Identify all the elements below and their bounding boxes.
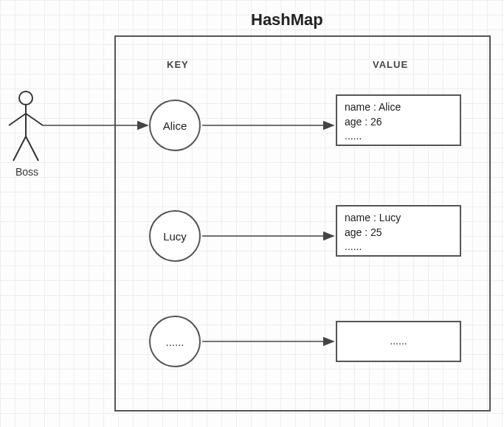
value-node: name : Lucy age : 25 ...... [336, 205, 461, 257]
svg-line-3 [26, 114, 43, 125]
value-node: ...... [336, 321, 461, 362]
diagram-canvas: HashMap KEY VALUE Alice name : Alice age… [0, 0, 504, 427]
svg-line-4 [13, 136, 26, 161]
key-node: Lucy [149, 210, 201, 262]
value-line: age : 26 [345, 115, 452, 130]
key-node: Alice [149, 100, 201, 151]
value-column-header: VALUE [373, 59, 408, 70]
value-line: name : Lucy [345, 211, 452, 226]
actor-label: Boss [15, 166, 38, 178]
svg-line-2 [9, 114, 26, 125]
key-label: Lucy [163, 230, 187, 243]
key-node: ...... [149, 316, 201, 367]
key-column-header: KEY [167, 59, 189, 70]
key-label: ...... [165, 336, 184, 348]
svg-line-5 [26, 136, 38, 161]
value-line: ...... [345, 240, 452, 254]
value-node: name : Alice age : 26 ...... [336, 94, 461, 146]
key-label: Alice [163, 119, 187, 132]
value-line: ...... [390, 334, 407, 349]
value-line: age : 25 [345, 226, 452, 240]
svg-point-0 [19, 91, 32, 105]
value-line: name : Alice [345, 100, 452, 115]
diagram-title: HashMap [251, 10, 323, 29]
value-line: ...... [345, 129, 452, 144]
actor-icon [9, 91, 43, 161]
